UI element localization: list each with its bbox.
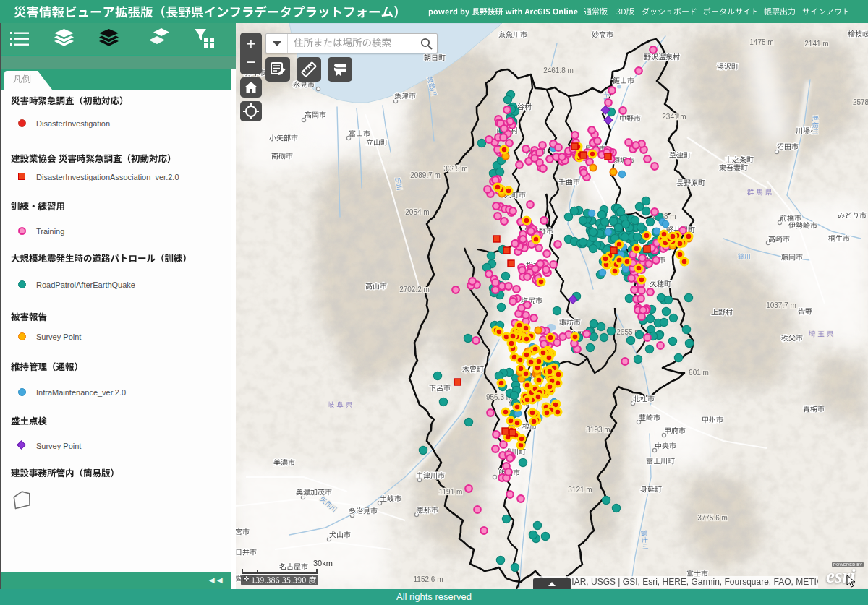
svg-text:2461.8 m: 2461.8 m bbox=[543, 66, 574, 74]
svg-text:2702.2 m: 2702.2 m bbox=[399, 286, 430, 293]
svg-text:1037.7 m: 1037.7 m bbox=[766, 301, 796, 309]
svg-text:3015 m: 3015 m bbox=[443, 165, 467, 173]
svg-text:3193 m: 3193 m bbox=[586, 426, 610, 434]
svg-text:1475 m: 1475 m bbox=[749, 38, 773, 46]
svg-text:3121 m: 3121 m bbox=[568, 486, 592, 494]
svg-text:2578: 2578 bbox=[853, 98, 868, 106]
svg-text:601 m: 601 m bbox=[689, 369, 709, 377]
svg-text:3775.6 m: 3775.6 m bbox=[697, 514, 728, 522]
svg-text:1191 m: 1191 m bbox=[439, 488, 463, 496]
svg-text:2089.7 m: 2089.7 m bbox=[410, 171, 441, 179]
svg-text:1152.6 m: 1152.6 m bbox=[414, 575, 443, 583]
svg-text:2341 m: 2341 m bbox=[662, 113, 686, 121]
svg-text:2141 m: 2141 m bbox=[804, 40, 828, 48]
svg-text:2054 m: 2054 m bbox=[405, 208, 429, 216]
